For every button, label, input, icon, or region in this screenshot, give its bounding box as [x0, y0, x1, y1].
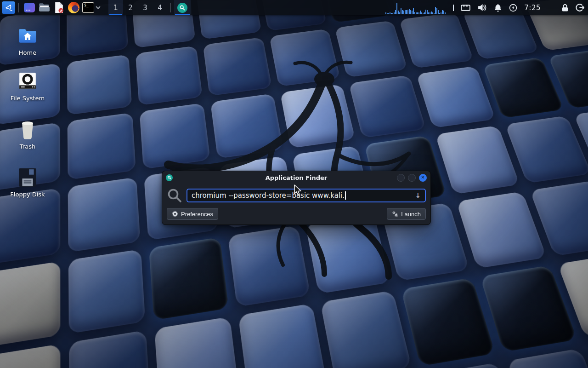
- preferences-button[interactable]: Preferences: [167, 208, 218, 220]
- panel-separator: [551, 3, 551, 12]
- logout-icon[interactable]: [576, 3, 584, 12]
- panel-status-area: 7:25: [385, 2, 584, 14]
- terminal-icon: $_: [82, 2, 94, 13]
- launcher-firefox[interactable]: [66, 0, 81, 15]
- firefox-icon: [68, 2, 79, 13]
- workspace-4[interactable]: 4: [153, 0, 167, 15]
- launcher-terminal[interactable]: $_: [81, 0, 96, 15]
- launch-button[interactable]: Launch: [387, 208, 426, 220]
- cpu-graph[interactable]: [385, 2, 446, 14]
- panel-separator: [170, 3, 171, 12]
- launcher-text-editor[interactable]: [51, 0, 66, 15]
- panel-separator: [105, 3, 105, 12]
- dashboard-icon: [24, 3, 35, 12]
- taskbar-item-application-finder[interactable]: [174, 0, 191, 15]
- search-icon: [167, 188, 182, 203]
- hard-drive-icon: [18, 72, 37, 91]
- kali-dragon-icon: [4, 3, 13, 12]
- launcher-dropdown-chevron[interactable]: [96, 6, 101, 9]
- panel-clock[interactable]: 7:25: [524, 4, 541, 12]
- maximize-button[interactable]: [408, 174, 416, 182]
- trash-bin-icon: [18, 119, 37, 140]
- application-finder-window: Application Finder ✕ chromium --password…: [162, 171, 431, 225]
- workspace-switcher: 1 2 3 4: [108, 0, 167, 15]
- desktop-icon-home[interactable]: Home: [4, 25, 51, 56]
- close-button[interactable]: ✕: [419, 174, 427, 182]
- workspace-1[interactable]: 1: [108, 0, 123, 15]
- folder-icon: [39, 3, 50, 12]
- top-panel: $_ 1 2 3 4 7:25: [0, 0, 588, 15]
- power-manager-icon[interactable]: [509, 4, 517, 12]
- gear-icon: [172, 211, 178, 217]
- titlebar[interactable]: Application Finder ✕: [162, 171, 430, 184]
- lock-icon[interactable]: [561, 4, 569, 12]
- preferences-label: Preferences: [181, 211, 213, 218]
- launch-label: Launch: [401, 211, 421, 218]
- home-folder-icon: [18, 28, 37, 44]
- workspace-2[interactable]: 2: [123, 0, 138, 15]
- kali-dragon-logo: [131, 44, 425, 283]
- notifications-bell-icon[interactable]: [494, 4, 502, 12]
- command-input[interactable]: chromium --password-store=basic www.kali…: [187, 189, 426, 202]
- floppy-disk-icon: [18, 167, 37, 188]
- command-input-value: chromium --password-store=basic www.kali…: [192, 191, 345, 200]
- network-icon[interactable]: [461, 4, 470, 12]
- dropdown-arrow-icon[interactable]: ↓: [415, 191, 421, 200]
- desktop-icon-label: Trash: [4, 143, 51, 150]
- magnifier-glyph: [179, 5, 186, 11]
- document-edit-icon: [54, 2, 64, 13]
- panel-separator: [18, 3, 19, 12]
- desktop-icon-label: File System: [4, 95, 51, 102]
- chevron-down-icon: [96, 6, 101, 9]
- desktop-icon-label: Home: [4, 49, 51, 56]
- workspace-3[interactable]: 3: [138, 0, 153, 15]
- volume-icon[interactable]: [477, 4, 487, 12]
- desktop-icon-floppy-disk[interactable]: Floppy Disk: [4, 167, 51, 198]
- mouse-cursor: [293, 184, 302, 197]
- minimize-button[interactable]: [397, 174, 405, 182]
- window-title: Application Finder: [162, 174, 430, 181]
- kali-menu-button[interactable]: [2, 1, 15, 14]
- graph-marker: [453, 5, 454, 11]
- desktop-icon-label: Floppy Disk: [4, 191, 51, 198]
- text-caret: [345, 191, 346, 200]
- desktop-icon-file-system[interactable]: File System: [4, 70, 51, 102]
- application-finder-icon: [177, 3, 187, 13]
- launcher-xfdashboard[interactable]: [22, 0, 37, 15]
- desktop-icon-trash[interactable]: Trash: [4, 119, 51, 150]
- launcher-file-manager[interactable]: [37, 0, 51, 15]
- launch-gears-icon: [392, 211, 398, 217]
